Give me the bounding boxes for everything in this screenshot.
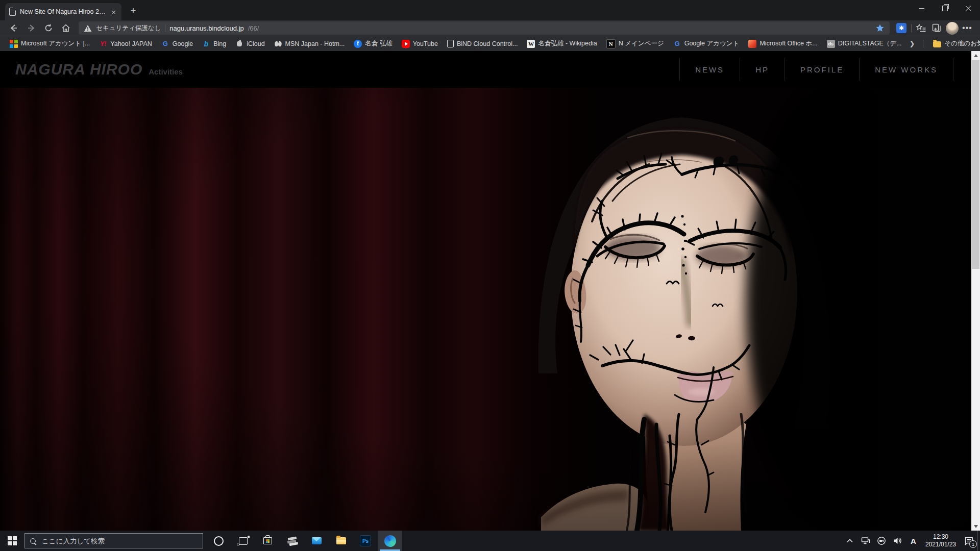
bookmark-label: Google (173, 40, 193, 47)
bookmark-label: Google アカウント (684, 39, 740, 48)
ime-mode-button[interactable]: A (905, 531, 921, 551)
forward-button[interactable] (22, 21, 40, 35)
bookmarks-overflow-button[interactable]: ❯ (906, 40, 918, 47)
scrollbar-down-button[interactable] (971, 522, 980, 531)
home-button[interactable] (57, 21, 75, 35)
microsoft-store-button[interactable] (255, 531, 280, 551)
bookmark-item[interactable]: MSN Japan - Hotm... (270, 38, 350, 50)
cortana-button[interactable] (206, 531, 231, 551)
home-icon (61, 23, 71, 33)
vignette (0, 88, 980, 531)
settings-menu-button[interactable]: ••• (960, 21, 975, 35)
toolbar-divider (911, 24, 912, 32)
meet-now-button[interactable] (874, 531, 890, 551)
page-favicon-icon (9, 8, 16, 16)
task-view-icon (239, 537, 248, 545)
back-icon (9, 23, 19, 33)
scrollbar-up-button[interactable] (971, 51, 980, 60)
tab-close-icon[interactable]: × (110, 8, 117, 16)
meet-now-icon (877, 536, 886, 545)
volume-button[interactable] (890, 531, 905, 551)
page-scrollbar[interactable] (971, 51, 980, 531)
tab-title: New Site Of Nagura Hiroo 2021 (20, 8, 106, 15)
desktop-screen: New Site Of Nagura Hiroo 2021 × + (0, 0, 980, 551)
mail-button[interactable] (304, 531, 329, 551)
bookmarks-right: ❯ その他のお気に入り (906, 38, 980, 50)
bookmark-item[interactable]: Google (157, 38, 198, 50)
restore-button[interactable] (933, 0, 957, 17)
favorites-bar-button[interactable] (914, 21, 929, 35)
bookmark-item[interactable]: YouTube (397, 38, 443, 50)
pinned-app-button[interactable] (280, 531, 304, 551)
browser-toolbar: セキュリティ保護なし nagu.uranus.bindcloud.jp /66/… (0, 20, 980, 36)
speaker-icon (893, 537, 902, 545)
new-tab-button[interactable]: + (127, 5, 140, 16)
security-warning-icon (84, 24, 92, 32)
start-button[interactable] (0, 531, 24, 551)
action-center-button[interactable]: 1 (960, 531, 977, 551)
wikipedia-icon (527, 40, 535, 48)
network-button[interactable] (858, 531, 874, 551)
ethernet-icon (861, 537, 870, 545)
google-icon (161, 40, 169, 48)
bookmark-item[interactable]: N メインページ (602, 38, 669, 50)
taskbar-search-box[interactable] (24, 533, 203, 548)
search-icon (30, 538, 36, 544)
facebook-icon (354, 40, 362, 48)
bookmark-item[interactable]: BiND Cloud Control... (443, 38, 523, 50)
show-desktop-button[interactable] (977, 531, 980, 551)
scrollbar-thumb[interactable] (972, 60, 979, 269)
edge-button[interactable] (378, 531, 402, 551)
clock-time: 12:30 (925, 533, 956, 541)
bookmark-item[interactable]: Microsoft アカウント |... (5, 38, 94, 50)
close-icon (965, 6, 971, 12)
close-button[interactable] (957, 0, 980, 17)
nav-item-profile[interactable]: PROFILE (785, 58, 859, 81)
favorite-star-icon[interactable] (875, 23, 885, 33)
notification-badge: 1 (969, 540, 977, 548)
task-view-button[interactable] (231, 531, 255, 551)
bookmark-item[interactable]: Google アカウント (669, 38, 744, 50)
bookmark-item[interactable]: Yahoo! JAPAN (94, 38, 157, 50)
page-icon (447, 40, 454, 47)
browser-tab[interactable]: New Site Of Nagura Hiroo 2021 × (5, 3, 121, 20)
bookmark-item[interactable]: iCloud (231, 38, 269, 50)
bookmark-item[interactable]: 名倉弘雄 - Wikipedia (522, 38, 601, 50)
hidden-icons-button[interactable] (842, 531, 858, 551)
back-button[interactable] (5, 21, 22, 35)
nav-item-news[interactable]: NEWS (679, 58, 740, 81)
profile-avatar (946, 22, 959, 35)
bookmark-item[interactable]: DIGITALSTAGE（デ... (822, 38, 906, 50)
refresh-button[interactable] (40, 21, 57, 35)
digitalstage-icon (827, 40, 835, 48)
bookmark-item[interactable]: Microsoft Office ホ... (744, 38, 822, 50)
bookmark-item[interactable]: Bing (198, 38, 231, 50)
extension-button[interactable]: ✱ (894, 21, 909, 35)
clock[interactable]: 12:30 2021/01/23 (921, 533, 960, 548)
bookmark-label: BiND Cloud Control... (457, 40, 518, 47)
address-bar[interactable]: セキュリティ保護なし nagu.uranus.bindcloud.jp /66/ (79, 21, 890, 35)
photoshop-icon: Ps (360, 535, 371, 546)
bookmark-label: YouTube (413, 40, 438, 47)
minimize-button[interactable] (910, 0, 933, 17)
bookmark-item[interactable]: 名倉 弘雄 (349, 38, 397, 50)
photoshop-button[interactable]: Ps (353, 531, 378, 551)
bookmark-label: 名倉 弘雄 (365, 39, 392, 48)
search-input[interactable] (41, 537, 198, 545)
site-logo[interactable]: NAGURA HIROO Activities (15, 61, 183, 78)
url-path: /66/ (248, 24, 871, 32)
nav-item-hp[interactable]: HP (740, 58, 785, 81)
collections-icon (932, 23, 942, 33)
file-explorer-button[interactable] (329, 531, 353, 551)
site-header: NAGURA HIROO Activities NEWSHPPROFILENEW… (0, 51, 980, 88)
profile-button[interactable] (944, 21, 960, 35)
other-favorites-button[interactable]: その他のお気に入り (928, 38, 980, 50)
bookmark-label: DIGITALSTAGE（デ... (838, 39, 902, 48)
nav-item-new-works[interactable]: NEW WORKS (859, 58, 953, 81)
bookmarks-divider (923, 40, 923, 48)
microsoft-icon (10, 40, 18, 48)
bookmark-label: Microsoft アカウント |... (21, 39, 90, 48)
cortana-icon (214, 536, 224, 546)
bookmark-label: Bing (213, 40, 226, 47)
collections-button[interactable] (929, 21, 944, 35)
